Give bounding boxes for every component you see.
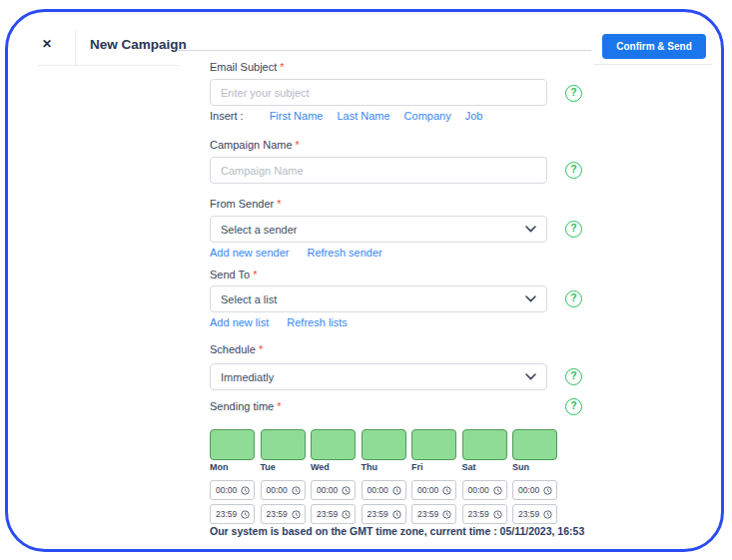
email-subject-label: Email Subject* (210, 61, 285, 73)
insert-label: Insert : (210, 110, 244, 122)
clock-icon (342, 510, 351, 519)
add-new-list-link[interactable]: Add new list (210, 316, 269, 328)
clock-icon (442, 486, 451, 495)
required-asterisk: * (280, 61, 284, 73)
refresh-sender-link[interactable]: Refresh sender (308, 247, 382, 259)
required-asterisk: * (259, 343, 263, 355)
start-time-thu[interactable]: 00:00 (362, 480, 406, 500)
clock-icon (241, 510, 250, 519)
required-asterisk: * (253, 269, 257, 280)
from-sender-label: From Sender* (210, 198, 281, 210)
day-toggle-row (210, 429, 557, 460)
end-time-fri[interactable]: 23:59 (411, 504, 456, 524)
schedule-value: Immediatly (221, 371, 274, 383)
send-to-help-icon[interactable]: ? (565, 290, 582, 307)
close-button[interactable]: ✕ (38, 35, 56, 53)
day-toggle-thu[interactable] (362, 429, 406, 460)
confirm-send-button[interactable]: Confirm & Send (602, 34, 706, 59)
clock-icon (292, 486, 301, 495)
close-icon: ✕ (42, 37, 52, 51)
clock-icon (493, 486, 502, 495)
required-asterisk: * (296, 139, 300, 151)
required-asterisk: * (277, 198, 281, 210)
sending-time-grid: Mon Tue Wed Thu Fri Sat Sun 00:00 00:00 … (210, 429, 557, 460)
sending-time-help-icon[interactable]: ? (565, 398, 582, 415)
insert-last-name-link[interactable]: Last Name (337, 110, 389, 122)
clock-icon (241, 486, 250, 495)
new-campaign-modal: ✕ New Campaign Confirm & Send Email Subj… (0, 0, 732, 560)
clock-icon (292, 510, 301, 519)
start-time-sun[interactable]: 00:00 (512, 480, 557, 500)
day-label-sat: Sat (462, 462, 507, 472)
start-time-tue[interactable]: 00:00 (261, 480, 306, 500)
start-time-fri[interactable]: 00:00 (411, 480, 456, 500)
clock-icon (442, 510, 451, 519)
insert-first-name-link[interactable]: First Name (270, 110, 324, 122)
end-time-sat[interactable]: 23:59 (462, 504, 507, 524)
sender-links-row: Add new sender Refresh sender (210, 247, 382, 259)
day-name-row: Mon Tue Wed Thu Fri Sat Sun (210, 462, 557, 472)
clock-icon (543, 486, 552, 495)
header-border-left (38, 65, 180, 66)
day-toggle-sat[interactable] (462, 429, 507, 460)
campaign-name-input[interactable] (210, 157, 547, 184)
email-subject-input[interactable] (210, 79, 547, 106)
sending-time-label: Sending time* (210, 400, 282, 412)
end-time-sun[interactable]: 23:59 (512, 504, 557, 524)
email-subject-help-icon[interactable]: ? (565, 85, 582, 102)
send-to-select[interactable]: Select a list (210, 285, 547, 312)
day-label-mon: Mon (210, 462, 255, 472)
day-label-fri: Fri (411, 462, 456, 472)
start-time-row: 00:00 00:00 00:00 00:00 00:00 00:00 00:0… (210, 480, 557, 500)
day-toggle-wed[interactable] (311, 429, 356, 460)
refresh-lists-link[interactable]: Refresh lists (287, 316, 348, 328)
send-to-label: Send To* (210, 269, 257, 280)
insert-company-link[interactable]: Company (404, 110, 451, 122)
timezone-note: Our system is based on the GMT time zone… (210, 525, 569, 537)
campaign-name-help-icon[interactable]: ? (565, 162, 582, 179)
start-time-wed[interactable]: 00:00 (311, 480, 356, 500)
chevron-down-icon (525, 295, 536, 302)
day-label-sun: Sun (512, 462, 557, 472)
send-to-value: Select a list (221, 293, 277, 305)
day-label-wed: Wed (311, 462, 356, 472)
end-time-tue[interactable]: 23:59 (261, 504, 306, 524)
required-asterisk: * (277, 400, 281, 412)
add-new-sender-link[interactable]: Add new sender (210, 247, 290, 259)
start-time-sat[interactable]: 00:00 (462, 480, 507, 500)
from-sender-help-icon[interactable]: ? (565, 221, 582, 238)
end-time-wed[interactable]: 23:59 (311, 504, 356, 524)
clock-icon (543, 510, 552, 519)
from-sender-value: Select a sender (221, 224, 297, 236)
schedule-help-icon[interactable]: ? (565, 368, 582, 385)
clock-icon (392, 486, 401, 495)
header-divider (75, 30, 76, 66)
insert-variables-row: Insert : First Name Last Name Company Jo… (210, 110, 482, 122)
chevron-down-icon (525, 226, 536, 233)
end-time-thu[interactable]: 23:59 (362, 504, 406, 524)
from-sender-select[interactable]: Select a sender (210, 216, 547, 243)
clock-icon (493, 510, 502, 519)
insert-job-link[interactable]: Job (465, 110, 483, 122)
day-label-tue: Tue (261, 462, 306, 472)
clock-icon (392, 510, 401, 519)
list-links-row: Add new list Refresh lists (210, 316, 348, 328)
schedule-select[interactable]: Immediatly (210, 363, 547, 390)
day-label-thu: Thu (362, 462, 406, 472)
start-time-mon[interactable]: 00:00 (210, 480, 255, 500)
clock-icon (342, 486, 351, 495)
end-time-mon[interactable]: 23:59 (210, 504, 255, 524)
day-toggle-mon[interactable] (210, 429, 255, 460)
campaign-name-label: Campaign Name* (210, 139, 300, 151)
title-underline (177, 50, 591, 51)
day-toggle-tue[interactable] (261, 429, 306, 460)
page-title: New Campaign (90, 37, 187, 52)
day-toggle-fri[interactable] (411, 429, 456, 460)
chevron-down-icon (525, 373, 536, 380)
end-time-row: 23:59 23:59 23:59 23:59 23:59 23:59 23:5… (210, 504, 557, 524)
day-toggle-sun[interactable] (512, 429, 557, 460)
schedule-label: Schedule* (210, 343, 263, 355)
header-border-right (594, 64, 712, 65)
